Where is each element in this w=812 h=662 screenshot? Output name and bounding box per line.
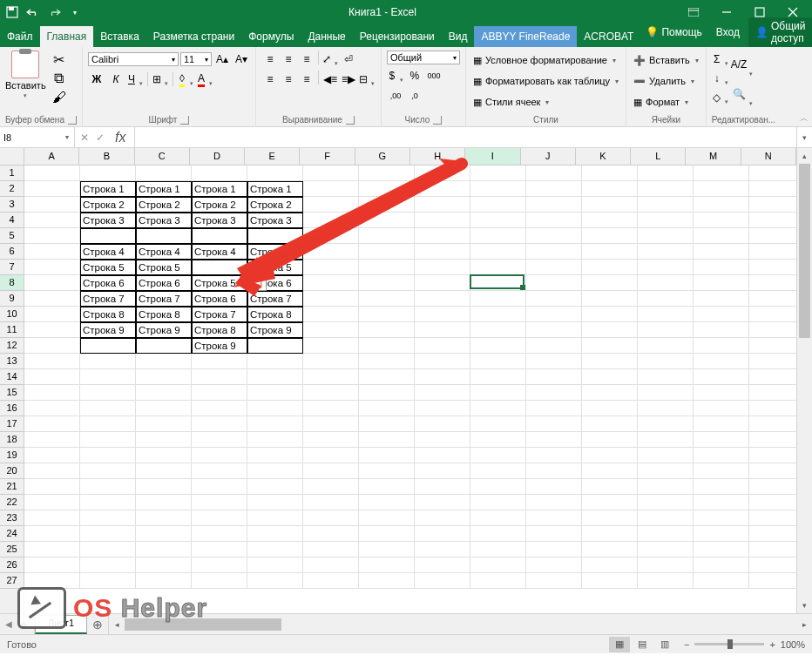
cell[interactable] [638, 416, 694, 432]
horizontal-scrollbar[interactable]: ◂ ▸ [108, 614, 812, 634]
cell[interactable] [694, 354, 749, 369]
cell[interactable] [359, 557, 415, 573]
cell[interactable] [24, 228, 80, 244]
cell[interactable] [136, 573, 192, 589]
cell[interactable] [638, 197, 694, 213]
scroll-right-icon[interactable]: ▸ [796, 620, 812, 629]
cell[interactable] [24, 463, 80, 479]
cell[interactable] [415, 401, 470, 416]
cell[interactable] [694, 526, 749, 542]
cell[interactable] [359, 213, 415, 228]
cancel-edit-icon[interactable]: ✕ [80, 132, 89, 144]
paste-options-button[interactable]: 📋 [249, 275, 267, 291]
cell[interactable] [24, 244, 80, 260]
cell[interactable] [24, 275, 80, 291]
scroll-up-icon[interactable]: ▴ [797, 148, 812, 164]
cell[interactable] [247, 369, 303, 385]
cell[interactable] [192, 432, 247, 448]
cell[interactable] [80, 463, 136, 479]
cell[interactable] [470, 354, 526, 369]
row-header[interactable]: 8 [0, 275, 24, 291]
cell[interactable] [359, 275, 415, 291]
column-header[interactable]: I [465, 148, 520, 165]
cell[interactable] [24, 401, 80, 416]
cell[interactable] [526, 322, 582, 338]
cell[interactable]: Строка 1 [247, 181, 303, 197]
decrease-indent-button[interactable]: ◀≡ [321, 71, 339, 88]
cell[interactable] [303, 401, 359, 416]
cell[interactable] [192, 495, 247, 510]
row-header[interactable]: 26 [0, 557, 24, 573]
cell[interactable] [694, 213, 749, 228]
percent-button[interactable]: % [406, 67, 423, 84]
cell[interactable]: Строка 4 [136, 244, 192, 260]
cell[interactable] [136, 416, 192, 432]
cell[interactable] [470, 510, 526, 526]
scroll-left-icon[interactable]: ◂ [109, 620, 125, 629]
decrease-decimal-button[interactable]: ,0 [406, 87, 423, 105]
cell[interactable] [526, 338, 582, 354]
cell[interactable] [80, 416, 136, 432]
cell[interactable]: Строка 9 [80, 322, 136, 338]
cell[interactable] [247, 448, 303, 463]
cell[interactable] [694, 542, 749, 557]
cell[interactable] [694, 401, 749, 416]
cell[interactable] [24, 479, 80, 495]
enter-edit-icon[interactable]: ✓ [96, 132, 105, 144]
cell[interactable] [192, 510, 247, 526]
cell[interactable] [359, 448, 415, 463]
cell[interactable] [526, 228, 582, 244]
align-bottom-button[interactable]: ≡ [298, 51, 315, 68]
cell[interactable] [638, 557, 694, 573]
cell[interactable]: Строка 5 [192, 275, 247, 291]
cell[interactable] [359, 307, 415, 322]
format-as-table-button[interactable]: ▦Форматировать как таблицу▾ [471, 71, 620, 91]
cell[interactable] [582, 275, 638, 291]
cell[interactable] [415, 260, 470, 275]
cell[interactable] [24, 181, 80, 197]
cell[interactable] [303, 510, 359, 526]
cell[interactable] [415, 542, 470, 557]
cell[interactable] [24, 448, 80, 463]
row-header[interactable]: 21 [0, 479, 24, 495]
cell[interactable] [694, 197, 749, 213]
cell[interactable] [582, 166, 638, 181]
cell[interactable] [582, 307, 638, 322]
cell[interactable] [582, 557, 638, 573]
normal-view-button[interactable]: ▦ [609, 637, 630, 652]
cell[interactable] [638, 322, 694, 338]
cell[interactable] [694, 275, 749, 291]
cell[interactable] [526, 463, 582, 479]
cell[interactable] [470, 291, 526, 307]
cell[interactable] [303, 463, 359, 479]
cell[interactable] [24, 510, 80, 526]
cell[interactable] [303, 432, 359, 448]
align-center-button[interactable]: ≡ [280, 71, 297, 88]
cell[interactable] [192, 401, 247, 416]
cell[interactable] [470, 416, 526, 432]
cell[interactable] [247, 573, 303, 589]
cell[interactable] [694, 181, 749, 197]
cell[interactable] [638, 213, 694, 228]
row-header[interactable]: 25 [0, 542, 24, 557]
cell[interactable] [359, 369, 415, 385]
dialog-launcher-icon[interactable] [346, 116, 355, 125]
cell[interactable] [526, 307, 582, 322]
cell[interactable] [582, 510, 638, 526]
cell[interactable] [247, 338, 303, 354]
cell[interactable] [470, 260, 526, 275]
cell[interactable] [582, 322, 638, 338]
cell[interactable] [24, 166, 80, 181]
cell[interactable] [80, 228, 136, 244]
cell[interactable] [582, 244, 638, 260]
cell[interactable]: Строка 5 [80, 260, 136, 275]
column-header[interactable]: C [135, 148, 190, 165]
cell[interactable] [80, 526, 136, 542]
cell[interactable] [136, 448, 192, 463]
row-header[interactable]: 17 [0, 416, 24, 432]
cell[interactable] [359, 166, 415, 181]
cell[interactable]: Строка 3 [80, 213, 136, 228]
cell[interactable] [359, 401, 415, 416]
cell[interactable] [192, 448, 247, 463]
cell[interactable] [192, 166, 247, 181]
